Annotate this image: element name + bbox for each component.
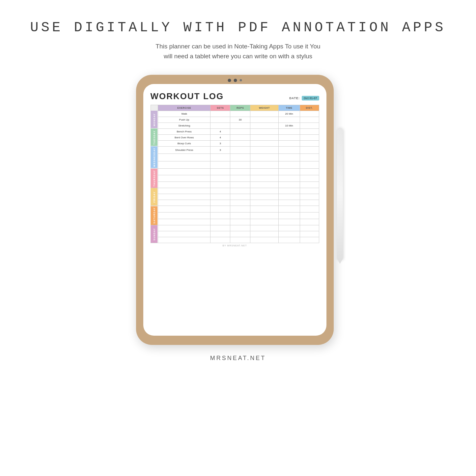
table-row: FRIDAY	[151, 188, 319, 194]
time-cell	[278, 219, 300, 225]
time-cell	[278, 237, 300, 243]
sets-cell	[210, 200, 230, 206]
dist-cell	[300, 128, 319, 134]
table-row: Bicep Curls3	[151, 140, 319, 146]
dist-cell	[300, 140, 319, 146]
weight-cell	[250, 231, 278, 237]
dist-cell	[300, 194, 319, 200]
weight-cell	[250, 206, 278, 212]
weight-cell	[250, 175, 278, 182]
weight-cell	[250, 123, 278, 128]
sets-cell	[210, 206, 230, 212]
weight-cell	[250, 146, 278, 154]
day-label-tuesday: TUESDAY	[151, 128, 158, 146]
weight-cell	[250, 182, 278, 188]
sets-cell: 4	[210, 134, 230, 140]
camera-dot-3	[239, 79, 242, 81]
camera-dot-1	[228, 79, 231, 82]
reps-cell	[230, 212, 250, 219]
time-cell	[278, 225, 300, 231]
sets-cell	[210, 225, 230, 231]
dist-cell	[300, 212, 319, 219]
time-cell	[278, 154, 300, 161]
sets-cell	[210, 219, 230, 225]
day-label-monday: MONDAY	[151, 111, 158, 128]
reps-cell	[230, 169, 250, 175]
exercise-cell	[158, 169, 210, 175]
sets-cell	[210, 123, 230, 128]
sets-cell	[210, 237, 230, 243]
reps-cell	[230, 161, 250, 168]
th-dist: DIST.	[300, 105, 319, 111]
reps-cell	[230, 200, 250, 206]
reps-cell	[230, 128, 250, 134]
exercise-cell	[158, 175, 210, 182]
dist-cell	[300, 111, 319, 117]
time-cell	[278, 188, 300, 194]
table-row	[151, 212, 319, 219]
dist-cell	[300, 200, 319, 206]
weight-cell	[250, 154, 278, 161]
weight-cell	[250, 194, 278, 200]
exercise-cell: Bent Over Rows	[158, 134, 210, 140]
table-row	[151, 161, 319, 168]
reps-cell	[230, 134, 250, 140]
sets-cell: 3	[210, 146, 230, 154]
reps-cell	[230, 219, 250, 225]
reps-cell	[230, 231, 250, 237]
screen-content: WORKOUT LOG DATE: Oct 01-07 EXERCISE SET…	[143, 84, 326, 336]
exercise-cell	[158, 200, 210, 206]
reps-cell	[230, 194, 250, 200]
exercise-cell: Stretching	[158, 123, 210, 128]
exercise-cell	[158, 231, 210, 237]
time-cell	[278, 194, 300, 200]
tablet-body: WORKOUT LOG DATE: Oct 01-07 EXERCISE SET…	[136, 75, 334, 345]
exercise-cell	[158, 188, 210, 194]
exercise-cell	[158, 194, 210, 200]
tablet-camera	[228, 79, 242, 82]
reps-cell	[230, 237, 250, 243]
th-sets: SETS	[210, 105, 230, 111]
sets-cell: 3	[210, 140, 230, 146]
screen-footer: BY MRSNEAT.NET	[151, 244, 319, 247]
table-row	[151, 231, 319, 237]
table-row	[151, 237, 319, 243]
th-exercise: EXERCISE	[158, 105, 210, 111]
tablet-screen: WORKOUT LOG DATE: Oct 01-07 EXERCISE SET…	[143, 84, 326, 336]
sets-cell	[210, 182, 230, 188]
reps-cell	[230, 188, 250, 194]
time-cell	[278, 169, 300, 175]
reps-cell	[230, 154, 250, 161]
day-label-wednesday: WEDNESDAY	[151, 146, 158, 168]
reps-cell	[230, 206, 250, 212]
page-footer-brand: MRSNEAT.NET	[210, 355, 266, 362]
reps-cell	[230, 146, 250, 154]
dist-cell	[300, 161, 319, 168]
dist-cell	[300, 231, 319, 237]
weight-cell	[250, 225, 278, 231]
exercise-cell	[158, 206, 210, 212]
table-row: MONDAYWalk20 Min	[151, 111, 319, 117]
dist-cell	[300, 175, 319, 182]
tablet-mockup: WORKOUT LOG DATE: Oct 01-07 EXERCISE SET…	[136, 75, 340, 345]
time-cell	[278, 175, 300, 182]
sets-cell: 4	[210, 128, 230, 134]
weight-cell	[250, 128, 278, 134]
weight-cell	[250, 212, 278, 219]
date-label: DATE:	[289, 97, 300, 100]
reps-cell	[230, 225, 250, 231]
workout-table: EXERCISE SETS REPS WEIGHT TIME DIST. MON…	[151, 105, 319, 243]
exercise-cell: Bicep Curls	[158, 140, 210, 146]
table-row	[151, 154, 319, 161]
weight-cell	[250, 161, 278, 168]
weight-cell	[250, 134, 278, 140]
weight-cell	[250, 188, 278, 194]
time-cell	[278, 200, 300, 206]
th-time: TIME	[278, 105, 300, 111]
reps-cell	[230, 175, 250, 182]
exercise-cell	[158, 225, 210, 231]
reps-cell: 30	[230, 117, 250, 123]
dist-cell	[300, 134, 319, 140]
time-cell	[278, 206, 300, 212]
reps-cell	[230, 140, 250, 146]
